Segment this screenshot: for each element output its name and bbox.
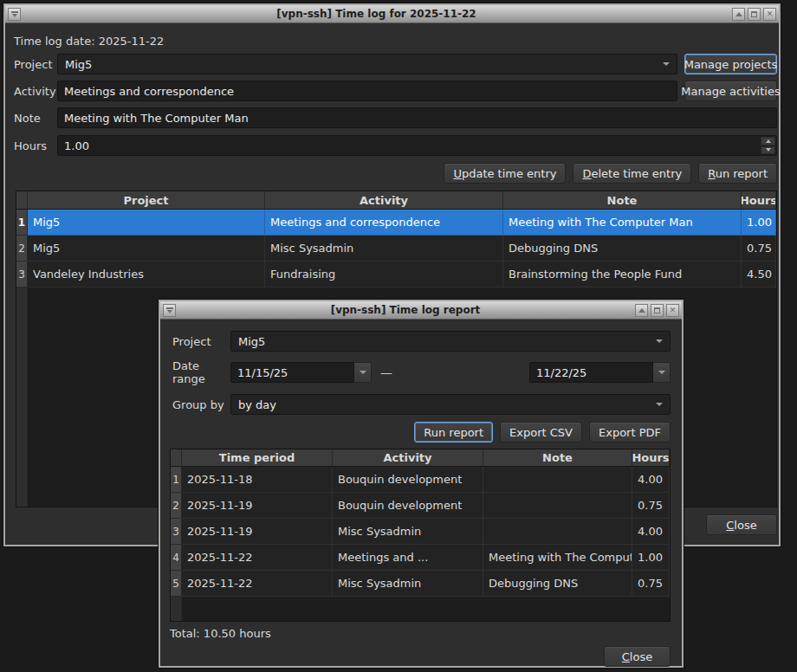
note-input[interactable] [57,107,777,128]
cell-note[interactable] [483,493,632,519]
cell-activity[interactable]: Misc Sysadmin [333,571,483,597]
dialog-title: [vpn-ssh] Time log report [178,304,632,316]
cell-activity[interactable]: Meetings and ... [333,545,483,571]
cell-activity[interactable]: Bouquin development [333,467,483,493]
window-menu-button[interactable] [8,8,21,21]
cell-hours[interactable]: 1.00 [742,210,776,236]
cell-project[interactable]: Mig5 [28,210,265,236]
cell-hours[interactable]: 4.00 [632,519,670,545]
hours-input[interactable] [57,135,777,156]
report-project-combobox[interactable]: Mig5 [230,331,671,352]
cell-activity[interactable]: Fundraising [265,262,503,288]
group-by-label: Group by [170,398,230,411]
export-csv-button[interactable]: Export CSV [500,422,582,443]
time-log-date-text: Time log date: 2025-11-22 [14,35,777,48]
cell-period[interactable]: 2025-11-19 [182,493,333,519]
project-combobox[interactable]: Mig5 [57,54,677,74]
row-header-strip [16,288,28,507]
spin-up-button[interactable] [761,137,775,145]
maximize-icon [751,11,757,17]
window-menu-icon [166,307,173,313]
maximize-button[interactable] [748,8,761,21]
col-header-hours[interactable]: Hours [632,449,670,467]
manage-activities-button[interactable]: Manage activities [684,81,777,101]
maximize-button[interactable] [651,304,664,317]
export-pdf-button[interactable]: Export PDF [589,422,671,443]
dialog-titlebar[interactable]: [vpn-ssh] Time log report ✕ [160,301,682,320]
table-row[interactable]: 4 2025-11-22 Meetings and ... Meeting wi… [171,545,670,571]
cell-hours[interactable]: 0.75 [632,493,670,519]
date-from-input[interactable] [230,362,354,383]
date-from-dropdown-button[interactable] [354,362,372,383]
col-header-activity[interactable]: Activity [333,449,483,467]
cell-note[interactable] [483,519,632,545]
date-to-picker[interactable] [529,362,671,383]
cell-project[interactable]: Vandeley Industries [28,262,265,288]
hours-spinbox[interactable] [57,135,777,156]
chevron-down-icon [656,339,663,343]
chevron-down-icon [360,371,366,374]
table-row[interactable]: 2 Mig5 Misc Sysadmin Debugging DNS 0.75 [16,236,776,262]
cell-note[interactable]: Debugging DNS [503,236,742,262]
cell-hours[interactable]: 4.50 [742,262,776,288]
col-header-note[interactable]: Note [483,449,632,467]
run-report-button[interactable]: Run report [698,163,777,184]
cell-project[interactable]: Mig5 [28,236,265,262]
cell-period[interactable]: 2025-11-22 [182,571,333,597]
cell-hours[interactable]: 0.75 [742,236,776,262]
hours-label: Hours [14,139,57,152]
activity-input[interactable] [57,81,677,101]
cell-activity[interactable]: Misc Sysadmin [265,236,503,262]
cell-period[interactable]: 2025-11-19 [182,519,333,545]
report-table[interactable]: Time period Activity Note Hours 1 2025-1… [170,449,671,622]
cell-hours[interactable]: 0.75 [632,571,670,597]
main-close-button[interactable]: Close [706,514,777,535]
table-row[interactable]: 1 Mig5 Meetings and correspondence Meeti… [16,210,776,236]
main-titlebar[interactable]: [vpn-ssh] Time log for 2025-11-22 ✕ [5,5,779,23]
date-to-dropdown-button[interactable] [653,362,671,383]
spin-down-button[interactable] [761,146,775,155]
cell-note[interactable]: Brainstorming the People Fund [503,262,742,288]
corner-header-cell [16,191,28,210]
col-header-project[interactable]: Project [28,191,265,210]
col-header-time-period[interactable]: Time period [182,449,333,467]
delete-time-entry-button[interactable]: Delete time entry [573,163,691,184]
table-header-row: Time period Activity Note Hours [171,449,670,467]
cell-hours[interactable]: 1.00 [632,545,670,571]
dialog-run-report-button[interactable]: Run report [414,422,493,443]
close-window-button[interactable]: ✕ [763,8,776,21]
shade-button[interactable] [732,8,745,21]
cell-note[interactable]: Meeting with The Computer... [483,545,632,571]
manage-projects-button[interactable]: Manage projects [684,54,777,74]
table-row[interactable]: 1 2025-11-18 Bouquin development 4.00 [171,467,670,493]
cell-activity[interactable]: Meetings and correspondence [265,210,503,236]
cell-note[interactable] [483,467,632,493]
table-row[interactable]: 5 2025-11-22 Misc Sysadmin Debugging DNS… [171,571,670,597]
cell-hours[interactable]: 4.00 [632,467,670,493]
table-row[interactable]: 2 2025-11-19 Bouquin development 0.75 [171,493,670,519]
date-range-separator: — [380,365,392,379]
cell-note[interactable]: Meeting with The Computer Man [503,210,742,236]
activity-label: Activity [14,85,57,98]
cell-period[interactable]: 2025-11-22 [182,545,333,571]
dialog-close-button[interactable]: Close [604,646,671,667]
date-from-picker[interactable] [230,362,372,383]
cell-period[interactable]: 2025-11-18 [182,467,333,493]
shade-button[interactable] [635,304,648,317]
cell-activity[interactable]: Bouquin development [333,493,483,519]
date-to-input[interactable] [529,362,653,383]
col-header-activity[interactable]: Activity [265,191,503,210]
corner-header-cell [171,449,182,467]
cell-activity[interactable]: Misc Sysadmin [333,519,483,545]
cell-note[interactable]: Debugging DNS [483,571,632,597]
window-menu-button[interactable] [163,304,176,317]
col-header-note[interactable]: Note [503,191,742,210]
table-row[interactable]: 3 2025-11-19 Misc Sysadmin 4.00 [171,519,670,545]
report-project-value: Mig5 [238,335,265,348]
col-header-hours[interactable]: Hours [742,191,776,210]
table-row[interactable]: 3 Vandeley Industries Fundraising Brains… [16,262,776,288]
group-by-combobox[interactable]: by day [230,394,671,415]
close-window-button[interactable]: ✕ [666,304,679,317]
chevron-down-icon [658,371,665,374]
update-time-entry-button[interactable]: Update time entry [444,163,566,184]
